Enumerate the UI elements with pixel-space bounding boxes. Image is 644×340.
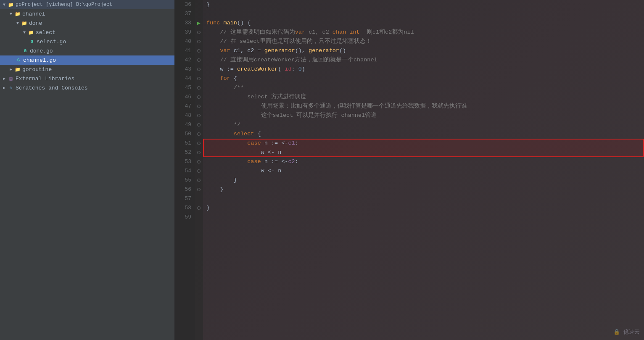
sidebar-item-label: done.go xyxy=(30,48,53,54)
code-line-42: // 直接调用createWorker方法，返回的就是一个channel xyxy=(206,55,644,65)
sidebar-item-label: goroutine xyxy=(22,66,52,73)
sidebar-item-label: channel xyxy=(22,11,45,17)
line-num-48: 48 xyxy=(174,111,195,120)
gutter-56 xyxy=(195,185,203,194)
highlight-block: case n := <-c1: w <- n xyxy=(206,139,644,157)
line-num-43: 43 xyxy=(174,65,195,74)
code-content[interactable]: } func main() { // 这里需要明白如果代码为var c1, c2… xyxy=(203,0,644,340)
gutter-45 xyxy=(195,83,203,92)
code-line-47: 使用场景：比如有多个通道，但我打算是哪一个通道先给我数据，我就先执行谁 xyxy=(206,102,644,111)
code-line-46: select 方式进行调度 xyxy=(206,92,644,102)
gutter-53 xyxy=(195,157,203,166)
folder-icon: 📁 xyxy=(28,29,34,36)
line-num-38: 38 xyxy=(174,18,195,28)
line-num-36: 36 xyxy=(174,0,195,9)
chevron-down-icon: ▼ xyxy=(15,21,20,26)
line-num-44: 44 xyxy=(174,74,195,83)
code-line-37 xyxy=(206,9,644,18)
sidebar-item-done-go[interactable]: G done.go xyxy=(0,46,174,55)
sidebar-item-select-go[interactable]: G select.go xyxy=(0,37,174,46)
code-line-40: // 在 select里面也是可以使用的，只不过是堵塞状态！ xyxy=(206,37,644,46)
gutter-40 xyxy=(195,37,203,46)
code-line-50: select { xyxy=(206,129,644,139)
line-num-41: 41 xyxy=(174,46,195,55)
gutter-58 xyxy=(195,203,203,213)
chevron-down-icon: ▼ xyxy=(2,2,7,7)
line-num-40: 40 xyxy=(174,37,195,46)
code-line-51: case n := <-c1: xyxy=(206,139,644,148)
gutter-54 xyxy=(195,166,203,176)
line-numbers: 36 37 38 39 40 41 42 43 44 45 46 47 48 4… xyxy=(174,0,195,340)
line-num-57: 57 xyxy=(174,194,195,203)
gutter-42 xyxy=(195,55,203,65)
code-line-55: } xyxy=(206,176,644,185)
chevron-down-icon: ▼ xyxy=(8,11,13,16)
code-line-38: func main() { xyxy=(206,18,644,28)
code-line-53: case n := <-c2: xyxy=(206,157,644,166)
code-line-48: 这个select 可以是并行执行 channel管道 xyxy=(206,111,644,120)
sidebar-item-scratches[interactable]: ▶ ✎ Scratches and Consoles xyxy=(0,83,174,92)
gutter-57 xyxy=(195,194,203,203)
gutter-55 xyxy=(195,176,203,185)
sidebar-item-done[interactable]: ▼ 📁 done xyxy=(0,18,174,28)
sidebar-item-goroutine[interactable]: ▶ 📁 goroutine xyxy=(0,65,174,74)
line-num-37: 37 xyxy=(174,9,195,18)
library-icon: ▤ xyxy=(8,75,14,82)
code-line-41: var c1, c2 = generator(), generator() xyxy=(206,46,644,55)
gutter-51 xyxy=(195,139,203,148)
sidebar-item-label: Scratches and Consoles xyxy=(16,85,88,91)
line-num-47: 47 xyxy=(174,102,195,111)
line-num-53: 53 xyxy=(174,157,195,166)
line-num-58: 58 xyxy=(174,203,195,213)
chevron-right-icon: ▶ xyxy=(2,85,7,90)
line-num-56: 56 xyxy=(174,185,195,194)
chevron-right-icon: ▶ xyxy=(8,67,13,72)
line-num-50: 50 xyxy=(174,129,195,139)
watermark-icon: 🔒 xyxy=(613,329,620,335)
line-num-52: 52 xyxy=(174,148,195,157)
sidebar-item-external-libraries[interactable]: ▶ ▤ External Libraries xyxy=(0,74,174,83)
code-line-43: w := createWorker( id: 0) xyxy=(206,65,644,74)
watermark-text: 億速云 xyxy=(623,329,640,335)
gutter-50 xyxy=(195,129,203,139)
gutter-48 xyxy=(195,111,203,120)
code-line-52: w <- n xyxy=(206,148,644,157)
sidebar-item-root[interactable]: ▼ 📁 goProject [yicheng] D:\goProject xyxy=(0,0,174,9)
gutter-44 xyxy=(195,74,203,83)
gutter-59 xyxy=(195,213,203,222)
gutter-52 xyxy=(195,148,203,157)
sidebar-item-select[interactable]: ▼ 📁 select xyxy=(0,28,174,37)
sidebar-item-label: External Libraries xyxy=(16,76,74,82)
sidebar-item-label: done xyxy=(29,20,42,26)
go-file-icon: G xyxy=(15,57,22,63)
gutter-38-run[interactable]: ▶ xyxy=(195,18,203,28)
gutter-46 xyxy=(195,92,203,102)
line-num-39: 39 xyxy=(174,28,195,37)
code-line-36: } xyxy=(206,0,644,9)
folder-icon: 📁 xyxy=(14,66,21,73)
gutter-47 xyxy=(195,102,203,111)
scratches-icon: ✎ xyxy=(8,84,14,91)
sidebar-item-channel[interactable]: ▼ 📁 channel xyxy=(0,9,174,18)
gutter-49 xyxy=(195,120,203,129)
line-num-46: 46 xyxy=(174,92,195,102)
line-num-49: 49 xyxy=(174,120,195,129)
code-line-39: // 这里需要明白如果代码为var c1, c2 chan int 则c1和c2… xyxy=(206,28,644,37)
code-line-49: */ xyxy=(206,120,644,129)
gutter: ▶ xyxy=(195,0,203,340)
line-num-59: 59 xyxy=(174,213,195,222)
line-num-54: 54 xyxy=(174,166,195,176)
chevron-right-icon: ▶ xyxy=(2,76,7,81)
sidebar-item-label: select.go xyxy=(37,39,66,45)
folder-icon: 📁 xyxy=(21,20,28,26)
gutter-37 xyxy=(195,9,203,18)
code-line-57 xyxy=(206,194,644,203)
line-num-45: 45 xyxy=(174,83,195,92)
watermark: 🔒 億速云 xyxy=(613,328,640,336)
line-num-55: 55 xyxy=(174,176,195,185)
sidebar-item-channel-go[interactable]: G channel.go xyxy=(0,55,174,65)
gutter-36 xyxy=(195,0,203,9)
line-num-42: 42 xyxy=(174,55,195,65)
sidebar: ▼ 📁 goProject [yicheng] D:\goProject ▼ 📁… xyxy=(0,0,174,340)
folder-icon: 📁 xyxy=(8,1,14,8)
